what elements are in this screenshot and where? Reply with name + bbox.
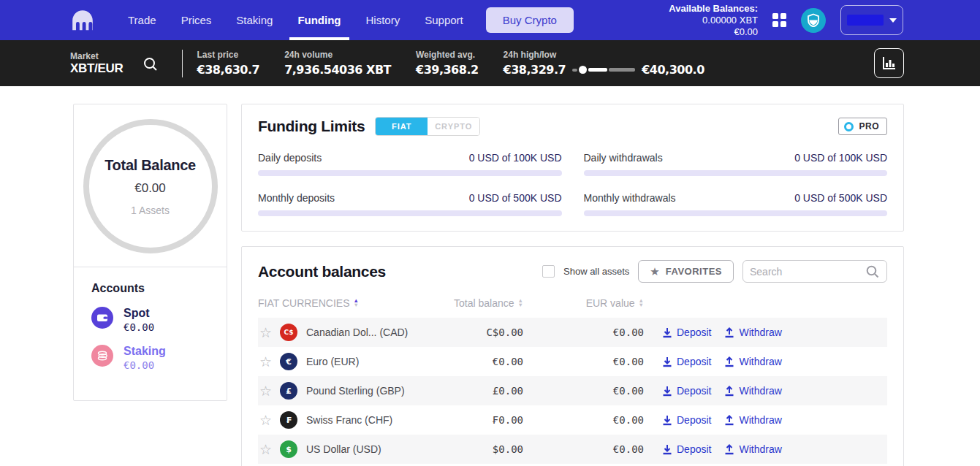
pro-badge[interactable]: PRO bbox=[838, 118, 887, 135]
stat-last-price: Last price €38,630.7 bbox=[197, 50, 260, 77]
asset-search-input[interactable] bbox=[750, 266, 865, 278]
eur-value-cell: €0.00 bbox=[523, 443, 644, 455]
market-pair-block[interactable]: Market XBT/EUR bbox=[70, 51, 124, 76]
total-balance-ring: Total Balance €0.00 1 Assets bbox=[83, 119, 218, 253]
available-balances-title: Available Balances: bbox=[669, 3, 758, 15]
tab-crypto[interactable]: CRYPTO bbox=[428, 118, 479, 135]
favorite-star-icon[interactable]: ☆ bbox=[258, 324, 280, 341]
table-row-gbp: ☆ £ Pound Sterling (GBP) £0.00 €0.00 Dep… bbox=[258, 376, 887, 405]
deposit-link[interactable]: Deposit bbox=[662, 385, 711, 397]
search-icon[interactable] bbox=[865, 264, 880, 279]
limit-label: Daily withdrawals bbox=[584, 152, 663, 164]
deposit-label: Deposit bbox=[677, 385, 711, 397]
currency-icon-gbp: £ bbox=[280, 382, 297, 400]
currency-icon-usd: $ bbox=[280, 440, 297, 458]
range-segment bbox=[572, 69, 577, 72]
favorite-star-icon[interactable]: ☆ bbox=[258, 383, 280, 400]
limit-value: 0 USD of 500K USD bbox=[794, 192, 887, 204]
security-shield-icon[interactable] bbox=[801, 8, 826, 33]
account-balances-panel: Account balances Show all assets ★ FAVOR… bbox=[241, 246, 904, 466]
nav-item-trade[interactable]: Trade bbox=[115, 0, 169, 40]
favorite-star-icon[interactable]: ☆ bbox=[258, 441, 280, 458]
show-all-assets-checkbox[interactable] bbox=[542, 265, 555, 278]
grid-square bbox=[772, 21, 778, 27]
withdraw-link[interactable]: Withdraw bbox=[724, 414, 781, 426]
app-grid-icon[interactable] bbox=[772, 13, 786, 27]
funding-limits-title: Funding Limits bbox=[258, 118, 365, 135]
withdraw-link[interactable]: Withdraw bbox=[724, 326, 781, 338]
account-row-staking[interactable]: Staking €0.00 bbox=[91, 345, 209, 371]
nav-item-funding[interactable]: Funding bbox=[285, 0, 353, 40]
buy-crypto-button[interactable]: Buy Crypto bbox=[486, 7, 574, 33]
account-row-spot[interactable]: Spot €0.00 bbox=[91, 307, 209, 333]
grid-square bbox=[772, 13, 778, 19]
withdraw-link[interactable]: Withdraw bbox=[724, 385, 781, 397]
account-name: Spot bbox=[124, 307, 154, 320]
withdraw-label: Withdraw bbox=[739, 356, 781, 367]
favorite-star-icon[interactable]: ☆ bbox=[258, 354, 280, 370]
coins-icon bbox=[91, 345, 113, 367]
currency-name: Pound Sterling (GBP) bbox=[306, 385, 433, 397]
deposit-label: Deposit bbox=[677, 443, 711, 455]
main-nav: Trade Prices Staking Funding History Sup… bbox=[115, 0, 476, 40]
column-header-eur-value[interactable]: EUR value ▲▼ bbox=[523, 297, 644, 309]
table-row-usd: ☆ $ US Dollar (USD) $0.00 €0.00 Deposit … bbox=[258, 435, 887, 464]
asset-search-box bbox=[742, 260, 887, 283]
limit-value: 0 USD of 100K USD bbox=[469, 152, 562, 164]
main-content: Total Balance €0.00 1 Assets Accounts Sp… bbox=[0, 86, 980, 466]
account-name-redacted bbox=[847, 15, 884, 26]
eur-value-cell: €0.00 bbox=[523, 385, 644, 397]
nav-item-support[interactable]: Support bbox=[412, 0, 476, 40]
deposit-link[interactable]: Deposit bbox=[662, 414, 711, 426]
wallet-icon bbox=[91, 307, 113, 329]
total-balance-title: Total Balance bbox=[105, 157, 196, 174]
show-all-assets-label: Show all assets bbox=[563, 266, 629, 277]
pro-label: PRO bbox=[859, 121, 879, 131]
available-balances: Available Balances: 0.00000 XBT €0.00 bbox=[669, 3, 758, 38]
tab-fiat[interactable]: FIAT bbox=[376, 118, 428, 135]
currency-icon-cad: C$ bbox=[280, 324, 297, 341]
accounts-title: Accounts bbox=[91, 282, 209, 295]
deposit-link[interactable]: Deposit bbox=[662, 356, 711, 367]
column-label: FIAT CURRENCIES bbox=[258, 297, 350, 309]
chart-toggle-button[interactable] bbox=[874, 48, 904, 78]
market-search-icon[interactable] bbox=[143, 56, 159, 75]
stat-high-low: 24h high/low €38,329.7 €40,300.0 bbox=[504, 50, 704, 77]
stat-weighted-avg: Weighted avg. €39,368.2 bbox=[416, 50, 479, 77]
total-balance-section: Total Balance €0.00 1 Assets bbox=[74, 104, 227, 267]
sort-arrows-icon: ▲▼ bbox=[639, 299, 644, 308]
deposit-link[interactable]: Deposit bbox=[662, 443, 711, 455]
deposit-label: Deposit bbox=[677, 326, 711, 338]
favorite-star-icon[interactable]: ☆ bbox=[258, 412, 280, 429]
progress-bar bbox=[258, 210, 562, 216]
nav-item-history[interactable]: History bbox=[354, 0, 413, 40]
nav-item-prices[interactable]: Prices bbox=[169, 0, 224, 40]
table-row-eur: ☆ € Euro (EUR) €0.00 €0.00 Deposit Withd… bbox=[258, 347, 887, 376]
stat-label: Weighted avg. bbox=[416, 50, 479, 60]
eur-value-cell: €0.00 bbox=[523, 326, 644, 338]
market-pair: XBT/EUR bbox=[70, 61, 124, 76]
deposit-link[interactable]: Deposit bbox=[662, 326, 711, 338]
account-menu-button[interactable] bbox=[840, 5, 903, 35]
column-header-currencies[interactable]: FIAT CURRENCIES ▲▼ bbox=[258, 297, 433, 309]
limit-value: 0 USD of 500K USD bbox=[469, 192, 562, 204]
column-label: Total balance bbox=[454, 297, 514, 309]
stat-high-value: €40,300.0 bbox=[642, 63, 704, 77]
favorites-button[interactable]: ★ FAVORITES bbox=[638, 260, 734, 283]
column-header-total-balance[interactable]: Total balance ▲▼ bbox=[433, 297, 523, 309]
withdraw-link[interactable]: Withdraw bbox=[724, 356, 781, 367]
high-low-range-indicator bbox=[572, 66, 635, 74]
assets-count: 1 Assets bbox=[131, 205, 170, 216]
pro-ring-icon bbox=[844, 122, 854, 131]
favorites-label: FAVORITES bbox=[666, 266, 722, 277]
total-balance-cell: £0.00 bbox=[433, 385, 523, 397]
range-dot bbox=[579, 66, 587, 74]
top-nav-bar: Trade Prices Staking Funding History Sup… bbox=[0, 0, 980, 40]
withdraw-link[interactable]: Withdraw bbox=[724, 443, 781, 455]
sort-arrows-icon: ▲▼ bbox=[518, 299, 523, 308]
nav-item-staking[interactable]: Staking bbox=[224, 0, 285, 40]
kraken-logo-icon[interactable] bbox=[70, 9, 95, 32]
grid-square bbox=[780, 21, 786, 27]
eur-value-cell: €0.00 bbox=[523, 414, 644, 426]
available-balance-eur: €0.00 bbox=[669, 26, 758, 38]
